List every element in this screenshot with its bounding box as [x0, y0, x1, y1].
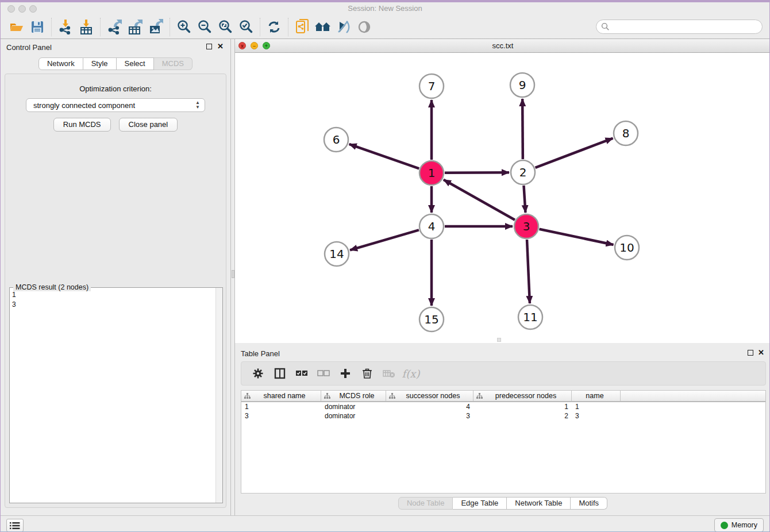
- duplicate-network-button[interactable]: [292, 18, 313, 36]
- close-table-panel-icon[interactable]: ✕: [758, 348, 764, 357]
- deselect-all-columns-button[interactable]: [314, 365, 333, 382]
- refresh-button[interactable]: [264, 18, 284, 36]
- graph-node-6[interactable]: 6: [324, 128, 348, 152]
- graph-node-3[interactable]: 3: [514, 214, 538, 238]
- tab-mcds[interactable]: MCDS: [154, 57, 192, 70]
- tab-edge-table[interactable]: Edge Table: [453, 497, 507, 510]
- memory-button[interactable]: Memory: [714, 518, 764, 532]
- select-all-columns-button[interactable]: [292, 365, 311, 382]
- graph-edge-2-3[interactable]: [523, 186, 525, 213]
- save-session-button[interactable]: [27, 18, 48, 36]
- show-columns-button[interactable]: [270, 365, 290, 382]
- graph-edge-3-10[interactable]: [540, 229, 614, 245]
- tab-style[interactable]: Style: [83, 57, 117, 70]
- cell-mcds-role[interactable]: dominator: [321, 412, 386, 420]
- vertical-splitter[interactable]: [230, 39, 235, 515]
- graph-node-11[interactable]: 11: [518, 305, 542, 329]
- tab-node-table[interactable]: Node Table: [398, 497, 453, 510]
- hide-labels-button[interactable]: [333, 18, 354, 36]
- column-header-mcds-role[interactable]: MCDS role: [321, 391, 386, 401]
- show-details-button[interactable]: [354, 18, 375, 36]
- result-scrollbar[interactable]: [215, 288, 222, 503]
- graph-node-8[interactable]: 8: [614, 121, 638, 145]
- table-panel-header: Table Panel ✕: [235, 345, 770, 361]
- cell-name[interactable]: 3: [572, 412, 621, 420]
- table-settings-button[interactable]: [248, 365, 268, 382]
- float-panel-icon[interactable]: [206, 44, 212, 49]
- cell-name[interactable]: 1: [572, 403, 621, 411]
- canvas-resize-handle[interactable]: [497, 338, 501, 342]
- columns-icon: [274, 368, 286, 379]
- graph-edge-2-8[interactable]: [536, 138, 613, 168]
- graph-node-2[interactable]: 2: [511, 160, 535, 184]
- graph-node-15[interactable]: 15: [419, 307, 444, 331]
- duplicate-network-icon: [295, 19, 310, 35]
- column-type-icon: [244, 393, 251, 399]
- network-graph[interactable]: 7968124314101511: [235, 53, 770, 343]
- tab-select[interactable]: Select: [117, 57, 154, 70]
- graph-edge-1-2[interactable]: [445, 172, 509, 173]
- close-panel-icon[interactable]: ✕: [217, 42, 224, 51]
- optimization-criterion-select[interactable]: strongly connected component ▲▼: [26, 98, 205, 112]
- cell-predecessor-nodes[interactable]: 1: [473, 403, 572, 411]
- optimization-criterion-label: Optimization criterion:: [5, 84, 226, 93]
- run-mcds-button[interactable]: Run MCDS: [53, 118, 111, 132]
- graph-node-label: 14: [329, 247, 344, 261]
- column-header-successor-nodes[interactable]: successor nodes: [386, 391, 473, 401]
- network-canvas[interactable]: 7968124314101511: [235, 53, 770, 343]
- graph-node-10[interactable]: 10: [615, 236, 639, 260]
- delete-table-button[interactable]: [379, 365, 399, 382]
- graph-node-7[interactable]: 7: [419, 74, 444, 98]
- graph-node-1[interactable]: 1: [419, 161, 444, 185]
- import-network-button[interactable]: [55, 18, 76, 36]
- graph-edge-3-1[interactable]: [444, 180, 515, 220]
- zoom-fit-button[interactable]: [215, 18, 236, 36]
- zoom-selected-button[interactable]: [236, 18, 256, 36]
- graph-node-14[interactable]: 14: [325, 242, 349, 266]
- table-row[interactable]: 1 dominator 4 1 1: [241, 402, 765, 411]
- splitter-handle[interactable]: [232, 270, 234, 278]
- node-table[interactable]: shared name MCDS role successor nodes pr…: [241, 390, 766, 494]
- tab-network-table[interactable]: Network Table: [507, 497, 571, 510]
- close-panel-button[interactable]: Close panel: [119, 118, 178, 132]
- function-builder-button[interactable]: f(x): [401, 365, 421, 382]
- column-header-predecessor-nodes[interactable]: predecessor nodes: [473, 391, 572, 401]
- result-line: 1: [12, 290, 16, 300]
- zoom-in-button[interactable]: [174, 18, 194, 36]
- tab-network[interactable]: Network: [38, 57, 83, 70]
- zoom-out-button[interactable]: [194, 18, 215, 36]
- cell-shared-name[interactable]: 3: [241, 412, 321, 420]
- column-header-name[interactable]: name: [572, 391, 621, 401]
- delete-table-icon: [383, 369, 395, 378]
- open-session-button[interactable]: [6, 18, 27, 36]
- mcds-result-title: MCDS result (2 nodes): [13, 283, 91, 291]
- export-image-button[interactable]: [145, 18, 166, 36]
- tab-motifs[interactable]: Motifs: [571, 497, 607, 510]
- select-stepper-icon: ▲▼: [195, 101, 200, 110]
- float-table-panel-icon[interactable]: [748, 350, 753, 356]
- create-column-button[interactable]: [336, 365, 355, 382]
- cell-predecessor-nodes[interactable]: 2: [473, 412, 572, 420]
- home-button[interactable]: [313, 18, 333, 36]
- graph-node-9[interactable]: 9: [510, 73, 534, 97]
- cell-shared-name[interactable]: 1: [241, 403, 321, 411]
- graph-edge-1-6[interactable]: [349, 144, 419, 168]
- column-header-shared-name[interactable]: shared name: [241, 391, 321, 401]
- export-network-button[interactable]: [104, 18, 125, 36]
- graph-edge-4-14[interactable]: [350, 230, 419, 250]
- task-history-button[interactable]: [6, 519, 24, 532]
- plus-icon: [340, 368, 351, 379]
- import-table-button[interactable]: [76, 18, 97, 36]
- search-input[interactable]: [610, 21, 762, 33]
- cell-mcds-role[interactable]: dominator: [321, 403, 386, 411]
- table-row[interactable]: 3 dominator 3 2 3: [241, 411, 765, 421]
- graph-edge-2-9[interactable]: [522, 99, 523, 159]
- graph-edge-3-11[interactable]: [527, 240, 530, 303]
- search-field[interactable]: [596, 20, 763, 34]
- cell-successor-nodes[interactable]: 4: [386, 403, 473, 411]
- export-table-button[interactable]: [125, 18, 145, 36]
- select-all-icon: [295, 369, 308, 377]
- graph-node-4[interactable]: 4: [419, 214, 444, 238]
- delete-column-button[interactable]: [357, 365, 377, 382]
- cell-successor-nodes[interactable]: 3: [386, 412, 473, 420]
